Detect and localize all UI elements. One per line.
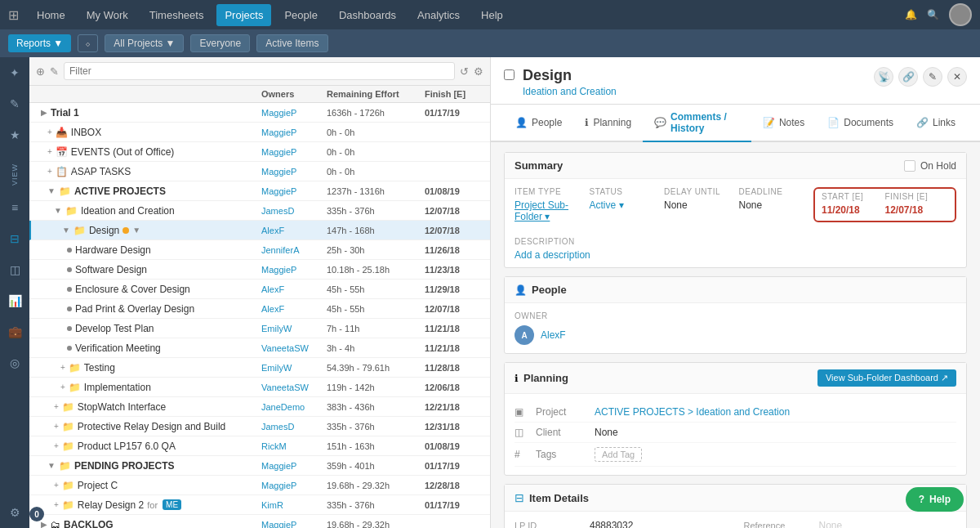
edit-icon[interactable]: ✎ xyxy=(923,67,942,87)
nav-projects[interactable]: Projects xyxy=(216,4,271,26)
panel-title-area: Design Ideation and Creation xyxy=(504,67,617,97)
sidebar-list-icon[interactable]: ≡ xyxy=(9,199,20,217)
add-description-link[interactable]: Add a description xyxy=(514,249,956,261)
pencil-icon[interactable]: ✎ xyxy=(50,65,59,78)
tree-row[interactable]: ▶ 🗂 BACKLOG MaggieP 19.68h - 29.32h xyxy=(29,515,490,528)
expand-icon[interactable]: + xyxy=(47,128,52,136)
folder-icon: 📁 xyxy=(62,499,74,511)
sidebar-star-icon[interactable]: ★ xyxy=(7,126,23,144)
filter-button[interactable]: ⬦ xyxy=(78,34,98,52)
tree-row[interactable]: + 📁 StopWatch Interface JaneDemo 383h - … xyxy=(29,397,490,417)
tree-row[interactable]: Develop Test Plan EmilyW 7h - 11h 11/21/… xyxy=(29,319,490,338)
on-hold-toggle[interactable]: On Hold xyxy=(904,160,956,172)
tree-row[interactable]: ▼ 📁 Ideation and Creation JamesD 335h - … xyxy=(29,201,490,221)
tree-row[interactable]: + 📅 EVENTS (Out of Office) MaggieP 0h - … xyxy=(29,142,490,162)
start-value[interactable]: 11/20/18 xyxy=(822,204,885,216)
expand-icon[interactable]: + xyxy=(60,363,65,372)
all-projects-button[interactable]: All Projects ▼ xyxy=(105,34,184,52)
tree-row[interactable]: + 📁 Project C MaggieP 19.68h - 29.32h 12… xyxy=(29,476,490,495)
crosshair-icon[interactable]: ⊕ xyxy=(36,65,45,78)
tab-comments-history[interactable]: 💬 Comments / History xyxy=(643,105,751,142)
nav-people[interactable]: People xyxy=(276,4,325,26)
panel-checkbox[interactable] xyxy=(504,69,514,80)
tree-row[interactable]: + 📁 Product LP157 6.0 QA RickM 151h - 16… xyxy=(29,436,490,456)
sidebar-bag-icon[interactable]: 💼 xyxy=(6,323,24,341)
view-dashboard-button[interactable]: View Sub-Folder Dashboard ↗ xyxy=(817,369,956,387)
share-icon[interactable]: 📡 xyxy=(874,67,893,87)
expand-icon[interactable]: + xyxy=(54,500,59,509)
owner-name[interactable]: AlexF xyxy=(541,329,566,341)
tree-row[interactable]: Enclosure & Cover Design AlexF 45h - 55h… xyxy=(29,280,490,299)
bell-icon[interactable]: 🔔 xyxy=(905,9,917,20)
search-icon[interactable]: 🔍 xyxy=(927,9,939,20)
expand-icon[interactable]: ▼ xyxy=(62,226,70,235)
expand-icon[interactable]: ▼ xyxy=(54,206,62,215)
sidebar-timeline-icon[interactable]: ◫ xyxy=(7,261,23,279)
project-value[interactable]: ACTIVE PROJECTS > Ideation and Creation xyxy=(595,406,956,418)
sidebar-edit-icon[interactable]: ✎ xyxy=(7,95,22,113)
item-details-section: ⊟ Item Details LP ID 48883032 Reference … xyxy=(504,484,967,528)
active-items-button[interactable]: Active Items xyxy=(256,34,327,52)
sidebar-circle-icon[interactable]: ◎ xyxy=(7,354,22,372)
close-icon[interactable]: ✕ xyxy=(947,67,967,87)
tree-row[interactable]: + 📁 Implementation VaneetaSW 119h - 142h… xyxy=(29,378,490,397)
refresh-icon[interactable]: ↺ xyxy=(460,65,469,78)
tree-row[interactable]: + 📥 INBOX MaggieP 0h - 0h xyxy=(29,123,490,142)
everyone-button[interactable]: Everyone xyxy=(190,34,250,52)
tab-people[interactable]: 👤 People xyxy=(504,105,573,142)
finish-value[interactable]: 12/07/18 xyxy=(885,204,949,216)
help-button[interactable]: ? Help xyxy=(906,487,964,512)
expand-icon[interactable]: ▼ xyxy=(47,461,56,470)
tree-row[interactable]: ▶ Trial 1 MaggieP 1636h - 1726h 01/17/19 xyxy=(29,103,490,123)
expand-icon[interactable]: + xyxy=(54,481,59,490)
expand-icon[interactable]: + xyxy=(54,441,59,450)
tab-links[interactable]: 🔗 Links xyxy=(905,105,967,142)
expand-icon[interactable]: + xyxy=(60,383,65,392)
nav-help[interactable]: Help xyxy=(473,4,511,26)
tree-row[interactable]: ▼ 📁 PENDING PROJECTS MaggieP 359h - 401h… xyxy=(29,456,490,476)
tree-row[interactable]: Pad Print & Overlay Design AlexF 45h - 5… xyxy=(29,299,490,319)
status-value[interactable]: Active ▾ xyxy=(590,199,658,211)
tree-row[interactable]: Software Design MaggieP 10.18h - 25.18h … xyxy=(29,260,490,280)
expand-icon[interactable]: ▶ xyxy=(41,108,47,117)
on-hold-checkbox[interactable] xyxy=(904,160,915,172)
tab-documents[interactable]: 📄 Documents xyxy=(816,105,905,142)
gear-icon[interactable]: ⚙ xyxy=(474,65,483,78)
sidebar-table-icon[interactable]: ⊟ xyxy=(7,230,22,248)
tag-input[interactable]: Add Tag xyxy=(595,447,642,462)
expand-icon[interactable]: + xyxy=(47,147,52,156)
tree-row[interactable]: ▼ 📁 ACTIVE PROJECTS MaggieP 1237h - 1316… xyxy=(29,181,490,201)
tab-planning[interactable]: ℹ Planning xyxy=(573,105,643,142)
expand-icon[interactable]: + xyxy=(54,422,59,431)
expand-icon[interactable]: ▶ xyxy=(41,520,47,528)
item-type-value[interactable]: Project Sub-Folder ▾ xyxy=(514,199,583,222)
panel-subtitle[interactable]: Ideation and Creation xyxy=(523,86,617,97)
expand-icon[interactable]: + xyxy=(54,402,59,411)
nav-dashboards[interactable]: Dashboards xyxy=(331,4,404,26)
nav-analytics[interactable]: Analytics xyxy=(409,4,468,26)
tree-row[interactable]: + 📁 Relay Design 2 for ME KimR 335h - 37… xyxy=(29,495,490,515)
panel-header: Design Ideation and Creation 📡 🔗 ✎ ✕ xyxy=(491,57,980,105)
link-icon[interactable]: 🔗 xyxy=(898,67,918,87)
grid-icon[interactable]: ⊞ xyxy=(8,7,19,23)
nav-my-work[interactable]: My Work xyxy=(78,4,136,26)
tree-row[interactable]: + 📋 ASAP TASKS MaggieP 0h - 0h xyxy=(29,162,490,181)
tree-row[interactable]: Hardware Design JenniferA 25h - 30h 11/2… xyxy=(29,240,490,260)
reports-button[interactable]: Reports ▼ xyxy=(8,34,71,52)
sidebar-move-icon[interactable]: ✦ xyxy=(7,64,22,82)
user-avatar[interactable] xyxy=(949,3,972,26)
tree-row[interactable]: ▼ 📁 Design ▼ AlexF 147h - 168h 12/07/18 xyxy=(29,221,490,240)
tree-row[interactable]: + 📁 Protective Relay Design and Build Ja… xyxy=(29,417,490,436)
tree-row[interactable]: + 📁 Testing EmilyW 54.39h - 79.61h 11/28… xyxy=(29,358,490,378)
nav-home[interactable]: Home xyxy=(29,4,74,26)
expand-icon[interactable]: ▼ xyxy=(47,186,56,195)
search-input[interactable] xyxy=(64,62,455,80)
item-details-title: Item Details xyxy=(529,492,589,504)
sidebar-settings-icon[interactable]: ⚙ xyxy=(7,503,23,521)
owner-avatar: A xyxy=(514,325,534,345)
tree-row[interactable]: Verification Meeting VaneetaSW 3h - 4h 1… xyxy=(29,338,490,358)
sidebar-reports-icon[interactable]: 📊 xyxy=(6,292,24,310)
nav-timesheets[interactable]: Timesheets xyxy=(141,4,212,26)
expand-icon[interactable]: + xyxy=(47,167,52,176)
tab-notes[interactable]: 📝 Notes xyxy=(751,105,816,142)
